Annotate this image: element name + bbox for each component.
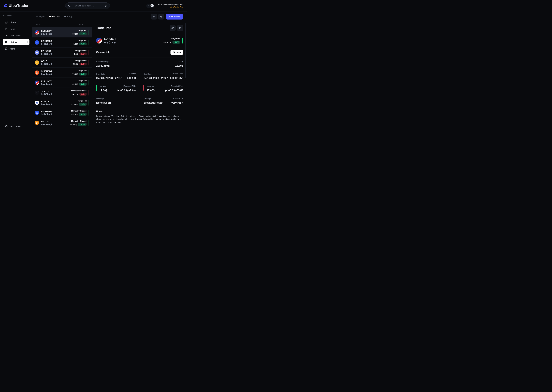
settings-button[interactable] xyxy=(158,14,164,20)
trade-row[interactable]: ₿BTCUSDTBuy (Long)Manually Closed(+40.2$… xyxy=(32,118,92,128)
sidebar-item-live-trades[interactable]: Live Trades xyxy=(3,32,29,39)
trade-status: Stopped Out xyxy=(75,60,87,62)
status-bar xyxy=(88,100,89,106)
sidebar-item-help[interactable]: Help Center xyxy=(3,123,29,129)
notes-heading: Notes xyxy=(96,110,183,113)
scrollbar[interactable] xyxy=(185,23,186,78)
trade-side: Sell (Short) xyxy=(41,53,71,55)
trade-side: Sell (Short) xyxy=(41,63,70,65)
trade-row[interactable]: ⬡LINKUSDTSell (Short)Target Hit(+61.2$)+… xyxy=(32,37,92,48)
detail-side: Buy (Long) xyxy=(104,41,116,43)
amount-label: Amount Bought xyxy=(96,61,109,63)
trade-dollar: (+40.2$) xyxy=(70,123,77,126)
confidence-label: Confidence xyxy=(173,97,183,99)
sidebar-item-alerts[interactable]: Alerts xyxy=(3,45,29,52)
trade-pct: -2.4% xyxy=(80,63,87,65)
sidebar-item-label: News xyxy=(10,28,15,30)
targets-value: 17.00$ xyxy=(99,89,107,92)
stop-pnl-label: Expected PNL xyxy=(171,85,183,87)
trade-dollar: (+61.2$) xyxy=(71,43,78,45)
trade-pct: -1.1% xyxy=(80,53,87,56)
coin-icon: ≡ xyxy=(35,91,39,95)
trade-symbol: EURUSDT xyxy=(41,80,69,82)
help-icon xyxy=(5,125,8,128)
amount-value: 200 (2550$) xyxy=(96,64,110,67)
coin-icon: € xyxy=(35,81,39,85)
trade-dollar: (+20.2$) xyxy=(71,103,78,105)
filter-sliders-icon[interactable] xyxy=(104,4,107,7)
trade-status: Manually Closed xyxy=(71,110,87,112)
trade-symbol: SOLUSDT xyxy=(41,90,69,92)
search-bar[interactable] xyxy=(65,2,110,9)
sidebar-item-label: Charts xyxy=(10,21,16,24)
trade-side: Sell (Short) xyxy=(41,113,69,115)
new-setup-label: New Setup xyxy=(169,15,180,18)
strategy-value: Breakout Retest xyxy=(144,101,163,104)
brand-logo[interactable]: UltraTrader xyxy=(4,3,29,8)
entry-label: Entry xyxy=(179,60,183,63)
trade-pct: +2.0% xyxy=(79,83,87,85)
user-block[interactable]: warrenbuffet@ultratrader.app UltraTrader… xyxy=(158,3,183,8)
col-price: Price xyxy=(79,24,89,26)
duration-label: Duration xyxy=(129,73,136,75)
theme-toggle-knob xyxy=(151,4,154,7)
chart-icon xyxy=(5,21,8,24)
sidebar-item-news[interactable]: News xyxy=(3,26,29,32)
trade-row[interactable]: ●GOLDSell (Short)Stopped Out(-24.5$)-2.4… xyxy=(32,57,92,68)
trade-side: Buy (Long) xyxy=(41,73,69,75)
edit-button[interactable] xyxy=(170,25,176,31)
filter-button[interactable] xyxy=(151,14,157,20)
tabbar: Analysis Trade List Strategy New Setup xyxy=(32,12,187,22)
detail-pct: +4.0% xyxy=(173,41,180,44)
coin-icon: ₿ xyxy=(35,121,39,125)
trade-pct: +4.0% xyxy=(79,32,87,35)
tab-strategy[interactable]: Strategy xyxy=(64,12,72,21)
trade-dollar: (-1.2$) xyxy=(73,53,79,55)
sidebar-item-charts[interactable]: Charts xyxy=(3,19,29,26)
user-email: warrenbuffet@ultratrader.app xyxy=(158,3,183,6)
alerts-icon xyxy=(5,47,8,50)
svg-point-3 xyxy=(106,5,106,6)
trade-row[interactable]: ◆ETHUSDTSell (Short)Stopped Out(-1.2$)-1… xyxy=(32,48,92,57)
trade-row[interactable]: ₳ADAUSDTBuy (Long)Target Hit(+20.2$)+1.2… xyxy=(32,98,92,108)
start-value: Oct 31, 20223 - 22:27 xyxy=(96,77,122,79)
funnel-icon xyxy=(153,15,155,18)
trade-pct: +8.2% xyxy=(79,113,87,116)
trade-row[interactable]: ≡SOLUSDTSell (Short)Manually Closed(-10.… xyxy=(32,88,92,98)
trade-symbol: ADAUSDT xyxy=(41,100,69,103)
coin-icon: ⬡ xyxy=(35,111,39,115)
trade-row[interactable]: €EURUSDTBuy (Long)Target Hit(+51.7$)+2.0… xyxy=(32,78,92,88)
trade-row[interactable]: ⬡LINKUSDTSell (Short)Manually Closed(+32… xyxy=(32,108,92,118)
trade-pct: +1.2% xyxy=(79,103,87,106)
trade-row[interactable]: 🐕SHIBUSDTBuy (Long)Target Hit(+70.2$)+2.… xyxy=(32,68,92,78)
new-setup-button[interactable]: New Setup xyxy=(166,14,183,20)
coin-icon: ⬡ xyxy=(35,40,39,45)
trade-dollar: (+70.2$) xyxy=(71,73,78,75)
sidebar-heading: Menu Items xyxy=(3,15,29,17)
delete-button[interactable] xyxy=(177,25,183,31)
trade-symbol: SHIBUSDT xyxy=(41,70,69,72)
targets-pnl-value: (+400.0$) +7.0% xyxy=(116,89,136,92)
svg-point-17 xyxy=(160,16,161,16)
open-chart-button[interactable]: Chart xyxy=(170,50,183,55)
sliders-icon xyxy=(160,15,162,18)
trade-row[interactable]: €EURUSDTBuy (Long)Target Hit(+86.2$)+4.0… xyxy=(32,28,92,37)
trade-pct: +0.3% xyxy=(79,42,87,45)
trade-side: Sell (Short) xyxy=(41,43,69,45)
svg-rect-15 xyxy=(7,126,7,127)
status-bar xyxy=(88,80,89,85)
status-bar xyxy=(88,90,89,96)
tab-analysis[interactable]: Analysis xyxy=(36,12,45,21)
tab-trade-list[interactable]: Trade List xyxy=(49,12,60,21)
sidebar-item-label: History xyxy=(10,41,17,43)
detail-title: Trade Info xyxy=(96,26,111,30)
trade-pct: +10.1% xyxy=(78,123,87,126)
detail-symbol: EURUSDT xyxy=(104,38,116,41)
trade-status: Stopped Out xyxy=(75,49,87,52)
targets-bar xyxy=(96,85,97,91)
stop-value: 17.00$ xyxy=(147,89,154,92)
sidebar-item-history[interactable]: History xyxy=(3,39,29,45)
news-icon xyxy=(5,27,8,30)
search-input[interactable] xyxy=(75,5,102,7)
theme-toggle[interactable]: ☀ xyxy=(146,4,154,8)
